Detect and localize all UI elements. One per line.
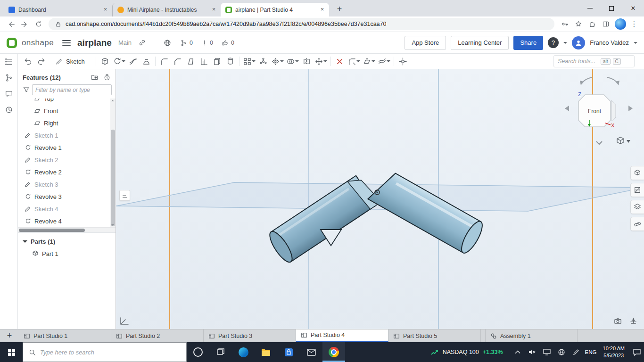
feature-item-revolve2[interactable]: Revolve 2 bbox=[18, 166, 116, 178]
feature-item-revolve4[interactable]: Revolve 4 bbox=[18, 215, 116, 227]
reload-button[interactable] bbox=[32, 18, 45, 31]
move-face-caret-icon[interactable] bbox=[372, 60, 375, 64]
bookmark-button[interactable] bbox=[572, 18, 585, 31]
edge-button[interactable] bbox=[232, 342, 255, 362]
doc-tab-part-studio-4[interactable]: Part Studio 4 bbox=[296, 329, 388, 342]
add-tab-button[interactable]: + bbox=[0, 329, 19, 342]
circular-pattern-button[interactable] bbox=[257, 55, 270, 67]
user-avatar[interactable] bbox=[572, 36, 585, 49]
feature-item-sketch2[interactable]: Sketch 2 bbox=[18, 154, 116, 166]
view-modes-button[interactable] bbox=[617, 137, 630, 144]
surface-button[interactable] bbox=[377, 55, 391, 67]
feature-item-right[interactable]: Right bbox=[18, 117, 116, 129]
display-options-button[interactable] bbox=[630, 200, 644, 214]
rotate-left-icon[interactable] bbox=[565, 106, 569, 111]
doc-tab-part-studio-3[interactable]: Part Studio 3 bbox=[204, 329, 296, 342]
mirror-button[interactable] bbox=[270, 55, 285, 67]
new-tab-button[interactable]: + bbox=[333, 2, 346, 16]
surface-caret-icon[interactable] bbox=[387, 60, 390, 64]
linear-pattern-button[interactable] bbox=[242, 55, 256, 67]
tab-close-icon[interactable]: × bbox=[318, 6, 326, 14]
graphics-viewport[interactable]: Front Z X bbox=[116, 69, 644, 329]
feature-filter-input[interactable] bbox=[32, 84, 112, 95]
history-button[interactable] bbox=[5, 106, 13, 114]
versions-button[interactable] bbox=[5, 74, 13, 82]
mirror-caret-icon[interactable] bbox=[280, 60, 284, 64]
boolean-caret-icon[interactable] bbox=[295, 60, 299, 64]
browser-profile-avatar[interactable] bbox=[615, 18, 626, 30]
window-close-button[interactable]: ✕ bbox=[622, 0, 644, 16]
public-globe-icon[interactable] bbox=[163, 39, 172, 47]
likes-counter[interactable]: 0 bbox=[222, 39, 234, 47]
view-cube[interactable]: Front Z X bbox=[561, 69, 644, 149]
linear-pattern-caret-icon[interactable] bbox=[252, 60, 256, 64]
feature-tree-scrollbar[interactable] bbox=[110, 99, 116, 227]
modify-fillet-caret-icon[interactable] bbox=[356, 60, 360, 64]
undo-button[interactable] bbox=[22, 55, 34, 67]
browser-tab-dashboard[interactable]: Dashboard × bbox=[4, 3, 112, 16]
browser-menu-icon[interactable]: ⋮ bbox=[629, 20, 639, 28]
part-item[interactable]: Part 1 bbox=[18, 247, 116, 260]
chevron-down-icon[interactable] bbox=[23, 240, 27, 245]
r otate-cw-icon[interactable] bbox=[607, 77, 618, 83]
feature-item-top[interactable]: Top bbox=[18, 99, 116, 105]
view-cube-side[interactable] bbox=[611, 100, 616, 121]
user-menu-caret-icon[interactable] bbox=[634, 42, 637, 46]
measure-button[interactable] bbox=[630, 217, 644, 231]
feature-item-front[interactable]: Front bbox=[18, 105, 116, 117]
side-panel-button[interactable] bbox=[599, 18, 612, 31]
cortana-button[interactable] bbox=[187, 342, 209, 362]
sweep-button[interactable] bbox=[127, 55, 140, 67]
feature-item-sketch1[interactable]: Sketch 1 bbox=[18, 129, 116, 141]
learning-center-button[interactable]: Learning Center bbox=[451, 36, 509, 50]
feature-item-revolve1[interactable]: Revolve 1 bbox=[18, 141, 116, 154]
back-button[interactable] bbox=[5, 18, 17, 31]
rotate-right-icon[interactable] bbox=[628, 106, 633, 111]
mail-button[interactable] bbox=[300, 342, 322, 362]
scroll-thumb[interactable] bbox=[111, 130, 115, 226]
redo-button[interactable] bbox=[35, 55, 48, 67]
shell-button[interactable] bbox=[211, 55, 223, 67]
draft-button[interactable] bbox=[184, 55, 197, 67]
window-maximize-button[interactable] bbox=[601, 0, 622, 16]
delete-part-button[interactable] bbox=[333, 55, 346, 67]
display-button[interactable] bbox=[540, 349, 554, 355]
feature-tree-hscrollbar[interactable] bbox=[18, 227, 116, 232]
sketch-button[interactable]: Sketch bbox=[51, 55, 90, 67]
rotate-ccw-icon[interactable] bbox=[582, 77, 592, 83]
taskbar-search[interactable] bbox=[23, 342, 187, 362]
scroll-up-icon[interactable] bbox=[111, 100, 114, 101]
workspace-name[interactable]: Main bbox=[118, 39, 132, 46]
address-bar[interactable]: cad.onshape.com/documents/f44b1dc20f549b… bbox=[49, 18, 554, 30]
revolve-button[interactable] bbox=[112, 55, 126, 67]
extrude-button[interactable] bbox=[99, 55, 111, 67]
network-button[interactable] bbox=[554, 348, 569, 356]
split-button[interactable] bbox=[300, 55, 313, 67]
forward-button[interactable] bbox=[18, 18, 31, 31]
rollback-bar-icon[interactable] bbox=[103, 74, 111, 81]
search-tools[interactable]: alt C bbox=[553, 55, 635, 67]
revolve-caret-icon[interactable] bbox=[122, 60, 125, 64]
feature-list-flyout-button[interactable] bbox=[119, 190, 130, 201]
snapshot-icon[interactable] bbox=[614, 317, 622, 325]
model-tree-button[interactable] bbox=[5, 58, 13, 66]
mate-connector-button[interactable] bbox=[396, 55, 409, 67]
tab-close-icon[interactable]: × bbox=[210, 6, 218, 14]
language-indicator[interactable]: ENG bbox=[584, 349, 598, 355]
collapse-cube-chevron-icon[interactable] bbox=[596, 141, 602, 144]
parts-header[interactable]: Parts (1) bbox=[18, 236, 116, 247]
task-view-button[interactable] bbox=[209, 342, 232, 362]
help-button[interactable]: ? bbox=[548, 37, 559, 48]
taskbar-clock[interactable]: 10:20 AM 5/5/2023 bbox=[598, 345, 629, 360]
file-explorer-button[interactable] bbox=[255, 342, 277, 362]
modify-fillet-button[interactable] bbox=[347, 55, 361, 67]
taskbar-search-input[interactable] bbox=[40, 349, 181, 356]
document-menu-icon[interactable] bbox=[62, 40, 71, 46]
hole-button[interactable] bbox=[224, 55, 237, 67]
comments-button[interactable] bbox=[5, 90, 13, 98]
transform-caret-icon[interactable] bbox=[323, 60, 327, 64]
scroll-down-icon[interactable] bbox=[111, 224, 114, 226]
hidden-icons-button[interactable] bbox=[511, 350, 525, 354]
onshape-logo-icon[interactable] bbox=[7, 38, 17, 48]
doc-tab-assembly-1[interactable]: Assembly 1 bbox=[485, 329, 578, 342]
